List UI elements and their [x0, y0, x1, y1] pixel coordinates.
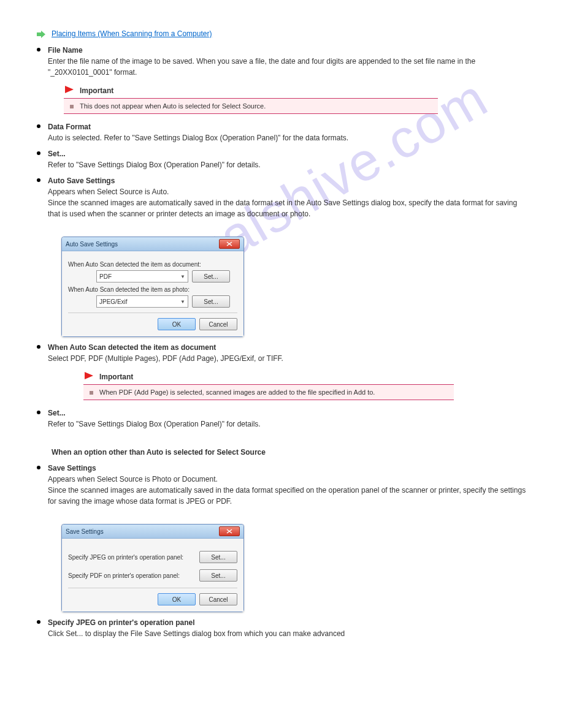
- arrow-right-icon: [37, 31, 45, 40]
- dialog-title: Auto Save Settings: [66, 241, 118, 248]
- dialog-titlebar: Save Settings: [62, 525, 243, 539]
- set-subitem: Set... Refer to "Save Settings Dialog Bo…: [48, 408, 261, 430]
- bullet-icon: [37, 48, 40, 51]
- data-format-item: Data Format Auto is selected. Refer to "…: [48, 121, 348, 143]
- bullet-icon: [37, 620, 40, 624]
- auto-photo-label: When Auto Scan detected the item as phot…: [68, 286, 237, 293]
- document-format-select[interactable]: PDF▼: [96, 270, 188, 282]
- save-settings-dialog: Save Settings Specify JPEG on printer's …: [61, 524, 244, 612]
- bullet-icon: [37, 124, 40, 128]
- chevron-down-icon: ▼: [180, 274, 185, 279]
- close-icon: [226, 529, 232, 534]
- set-button-photo[interactable]: Set...: [192, 295, 230, 308]
- auto-save-settings-item: Auto Save Settings Appears when Select S…: [48, 175, 526, 219]
- dialog-title: Save Settings: [66, 528, 104, 535]
- important-label: Important: [80, 86, 113, 95]
- save-settings-item: Save Settings Appears when Select Source…: [48, 463, 526, 507]
- bullet-icon: [37, 178, 40, 182]
- set-item: Set... Refer to "Save Settings Dialog Bo…: [48, 148, 261, 170]
- specify-jpeg-item: Specify JPEG on printer's operation pane…: [48, 617, 345, 639]
- close-button[interactable]: [219, 239, 240, 249]
- when-doc-detected-item: When Auto Scan detected the item as docu…: [48, 342, 283, 364]
- cancel-button[interactable]: Cancel: [199, 318, 237, 330]
- flag-icon: [64, 85, 75, 96]
- dialog-titlebar: Auto Save Settings: [62, 237, 243, 251]
- pdf-label: Specify PDF on printer's operation panel…: [68, 572, 180, 579]
- ok-button[interactable]: OK: [158, 593, 196, 605]
- important-note-2: When PDF (Add Page) is selected, scanned…: [83, 384, 454, 400]
- file-name-item: File Name Enter the file name of the ima…: [48, 45, 526, 78]
- auto-save-settings-dialog: Auto Save Settings When Auto Scan detect…: [61, 237, 244, 337]
- chevron-down-icon: ▼: [180, 299, 185, 305]
- auto-doc-label: When Auto Scan detected the item as docu…: [68, 261, 237, 268]
- photo-format-select[interactable]: JPEG/Exif▼: [96, 295, 188, 308]
- set-button-pdf[interactable]: Set...: [199, 569, 237, 582]
- close-button[interactable]: [219, 526, 240, 536]
- bullet-icon: [37, 411, 40, 414]
- section-heading: When an option other than Auto is select…: [52, 447, 526, 458]
- jpeg-label: Specify JPEG on printer's operation pane…: [68, 554, 183, 561]
- set-button-jpeg[interactable]: Set...: [199, 551, 237, 563]
- bullet-icon: [37, 345, 40, 349]
- bullet-icon: [37, 466, 40, 469]
- set-button-doc[interactable]: Set...: [192, 270, 230, 282]
- placing-items-link[interactable]: Placing Items (When Scanning from a Comp…: [52, 29, 212, 38]
- close-icon: [226, 241, 232, 246]
- square-bullet-icon: [70, 105, 74, 108]
- cancel-button[interactable]: Cancel: [199, 593, 237, 605]
- flag-icon: [83, 371, 94, 382]
- important-note-1: This does not appear when Auto is select…: [64, 98, 438, 114]
- bullet-icon: [37, 151, 40, 155]
- important-label: Important: [99, 373, 133, 381]
- ok-button[interactable]: OK: [158, 318, 196, 330]
- square-bullet-icon: [90, 391, 93, 395]
